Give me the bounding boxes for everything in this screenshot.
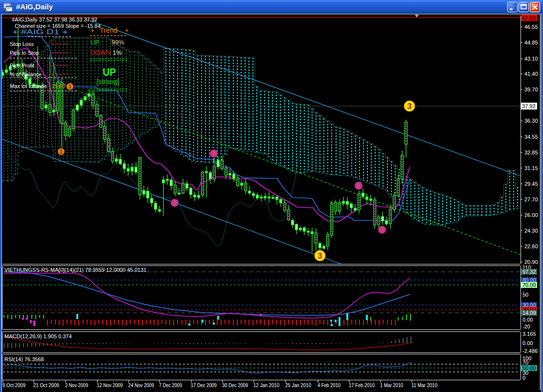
svg-text:11 Mar 2010: 11 Mar 2010 — [411, 382, 437, 388]
svg-text:+: + — [90, 26, 94, 34]
svg-text:37.92: 37.92 — [522, 103, 536, 109]
svg-text:36.30: 36.30 — [524, 118, 538, 124]
svg-text:UP: UP — [103, 66, 116, 78]
svg-text:24.30: 24.30 — [524, 228, 538, 234]
svg-text:25.00: 25.00 — [52, 83, 66, 89]
svg-text:Pips to Stop: Pips to Stop — [10, 50, 39, 56]
svg-text:99%: 99% — [112, 39, 124, 46]
svg-text:2 Nov 2009: 2 Nov 2009 — [65, 382, 88, 388]
svg-text:9 Oct 2009: 9 Oct 2009 — [2, 382, 25, 388]
svg-text:50: 50 — [522, 292, 528, 298]
svg-text:1%: 1% — [113, 49, 122, 56]
svg-text:97.32: 97.32 — [522, 269, 536, 275]
svg-text:2: 2 — [173, 199, 177, 206]
svg-text:2: 2 — [212, 150, 216, 157]
svg-text:4 Feb 2010: 4 Feb 2010 — [317, 382, 340, 388]
svg-text:17 Dec 2009: 17 Dec 2009 — [191, 382, 217, 388]
svg-text:2: 2 — [357, 182, 361, 189]
svg-text:[strong]: [strong] — [96, 78, 119, 86]
svg-text:70.00: 70.00 — [522, 282, 536, 288]
svg-text:32.85: 32.85 — [524, 150, 538, 155]
svg-text:47.50: 47.50 — [522, 15, 536, 21]
svg-text:17 Feb 2010: 17 Feb 2010 — [349, 382, 375, 388]
svg-text:12 Jan 2010: 12 Jan 2010 — [253, 382, 279, 388]
svg-text:Max lot to trade: Max lot to trade — [10, 83, 47, 89]
svg-text:#AIG,Daily 37.52 37.98 36.33: #AIG,Daily 37.52 37.98 36.33 37.92 — [12, 17, 97, 22]
svg-text:25 Jan 2010: 25 Jan 2010 — [285, 382, 311, 388]
svg-text:Trend: Trend — [100, 26, 117, 34]
svg-text:34.55: 34.55 — [524, 134, 538, 140]
svg-text:RSI(14) 76.3568: RSI(14) 76.3568 — [4, 356, 44, 362]
svg-text:39.70: 39.70 — [524, 87, 538, 92]
svg-text:+: + — [125, 26, 129, 34]
svg-text:UP: UP — [90, 39, 99, 46]
svg-text:1: 1 — [68, 84, 71, 89]
svg-text:31.15: 31.15 — [524, 165, 538, 171]
svg-text:41.40: 41.40 — [524, 71, 538, 77]
svg-text:24 Nov 2009: 24 Nov 2009 — [128, 382, 154, 388]
svg-text:VIETHUNGSS-RS-MA[0](14)(21) 78: VIETHUNGSS-RS-MA[0](14)(21) 78.9559 12.0… — [4, 267, 146, 273]
svg-text:29.45: 29.45 — [524, 181, 538, 187]
svg-text:30 Dec 2009: 30 Dec 2009 — [222, 382, 248, 388]
svg-text:44.85: 44.85 — [524, 40, 538, 45]
svg-text:0.00: 0.00 — [522, 340, 533, 346]
svg-text:% of Balance: % of Balance — [10, 71, 42, 77]
svg-text:0.00: 0.00 — [522, 317, 533, 323]
svg-text:3: 3 — [407, 102, 411, 111]
svg-text:Pips Profit: Pips Profit — [10, 63, 34, 68]
svg-text:14.09: 14.09 — [522, 310, 536, 316]
svg-text:1 Mar 2010: 1 Mar 2010 — [380, 382, 403, 388]
svg-text:22.60: 22.60 — [524, 243, 538, 249]
svg-text:1: 1 — [60, 149, 63, 154]
svg-text:21 Oct 2009: 21 Oct 2009 — [33, 382, 59, 388]
svg-text:+ #AIG D1 +: + #AIG D1 + — [12, 27, 68, 36]
svg-text:2: 2 — [381, 226, 384, 233]
svg-text:26.00: 26.00 — [524, 212, 538, 218]
svg-text:3.165: 3.165 — [522, 331, 536, 337]
svg-text:46.55: 46.55 — [524, 24, 538, 30]
svg-text:MACD(12,26,9) 1.905 0.374: MACD(12,26,9) 1.905 0.374 — [4, 333, 72, 339]
svg-text:12 Nov 2009: 12 Nov 2009 — [97, 382, 123, 388]
svg-text:0: 0 — [522, 375, 525, 381]
svg-text:7 Dec 2009: 7 Dec 2009 — [159, 382, 182, 388]
svg-text:50.00: 50.00 — [522, 365, 536, 371]
svg-text:-2.486: -2.486 — [522, 348, 538, 354]
svg-text:Stop Loss: Stop Loss — [10, 41, 34, 47]
svg-text:DOWN: DOWN — [90, 49, 111, 56]
svg-text:-20: -20 — [522, 324, 530, 329]
svg-text:27.70: 27.70 — [524, 196, 538, 202]
svg-text:43.10: 43.10 — [524, 56, 538, 62]
svg-text:3: 3 — [317, 251, 322, 261]
